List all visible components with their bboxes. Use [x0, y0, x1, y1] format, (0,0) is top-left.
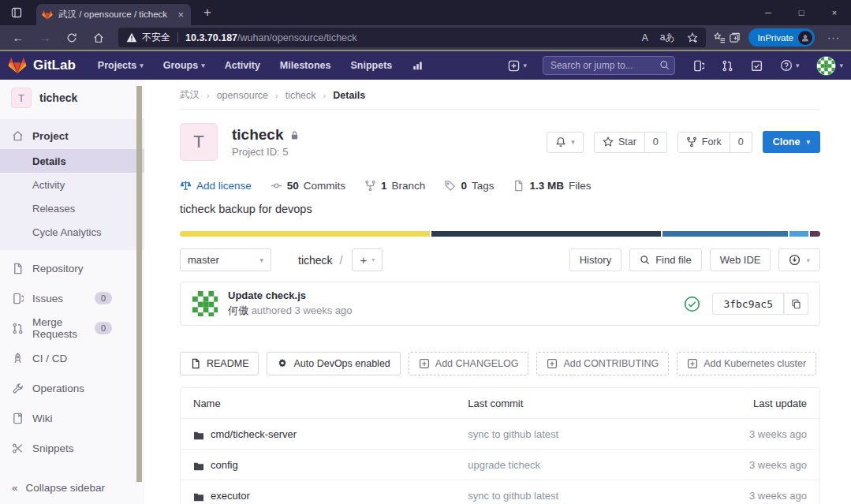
add-changelog-button[interactable]: Add CHANGELOG [409, 352, 529, 375]
sidebar-context-header[interactable]: T ticheck [0, 80, 144, 115]
file-name-link[interactable]: cmd/ticheck-server [211, 428, 297, 440]
refresh-button[interactable] [60, 28, 84, 47]
sidebar-item-merge-requests[interactable]: Merge Requests 0 [0, 315, 144, 342]
history-button[interactable]: History [569, 248, 621, 271]
file-name-link[interactable]: config [211, 459, 238, 471]
new-menu-button[interactable]: ▾ [508, 60, 527, 72]
back-button[interactable]: ← [6, 28, 30, 47]
file-name-link[interactable]: executor [211, 490, 250, 502]
sidebar-item-snippets[interactable]: Snippets [0, 435, 144, 461]
find-file-button[interactable]: Find file [629, 248, 702, 271]
tab-actions-button[interactable] [6, 4, 27, 21]
sidebar-item-project[interactable]: Project [0, 122, 144, 149]
minimize-button[interactable]: ─ [752, 0, 785, 25]
table-row[interactable]: cmd/ticheck-server sync to github latest… [181, 419, 819, 450]
language-bar[interactable] [180, 231, 820, 237]
merge-request-icon [12, 323, 24, 334]
url-path: /wuhan/opensource/ticheck [237, 32, 356, 43]
download-source-button[interactable]: ▾ [778, 248, 820, 271]
favorites-bar-icon[interactable] [714, 32, 726, 43]
table-row[interactable]: executor sync to github latest 3 weeks a… [181, 480, 819, 504]
last-commit-message[interactable]: sync to github latest [455, 419, 692, 450]
fork-count[interactable]: 0 [730, 132, 752, 153]
gitlab-logo[interactable]: GitLab [8, 57, 76, 75]
sidebar-item-details[interactable]: Details [0, 149, 144, 173]
add-favorite-icon[interactable] [687, 32, 698, 43]
pipeline-passed-icon[interactable] [684, 296, 700, 312]
last-commit-message[interactable]: sync to github latest [455, 480, 692, 504]
todos-button[interactable] [751, 60, 763, 72]
help-menu-button[interactable]: ▾ [780, 59, 800, 72]
table-row[interactable]: config upgrade ticheck 3 weeks ago [181, 450, 819, 480]
home-icon [93, 32, 104, 43]
sidebar-item-repository[interactable]: Repository [0, 255, 144, 282]
merge-requests-button[interactable] [722, 60, 733, 72]
add-license-link[interactable]: Add license [180, 180, 252, 192]
breadcrumb-current: Details [333, 90, 365, 101]
add-file-button[interactable]: + ▾ [352, 248, 383, 271]
nav-snippets[interactable]: Snippets [350, 60, 392, 71]
last-commit-message[interactable]: upgrade ticheck [455, 450, 692, 480]
commit-title-link[interactable]: Update check.js [228, 289, 353, 301]
sidebar-item-ci-cd[interactable]: CI / CD [0, 345, 144, 371]
tags-stat[interactable]: 0Tags [444, 180, 494, 192]
sidebar-item-activity[interactable]: Activity [0, 173, 144, 196]
copy-sha-button[interactable] [784, 293, 808, 315]
readme-button[interactable]: README [180, 352, 259, 375]
sidebar-item-wiki[interactable]: Wiki [0, 405, 144, 431]
browser-tab[interactable]: 武汉 / opensource / ticheck · Git × [36, 4, 191, 25]
read-aloud-icon[interactable]: A [642, 32, 648, 43]
column-header-last-commit: Last commit [455, 388, 692, 419]
inprivate-badge[interactable]: InPrivate [748, 28, 815, 47]
close-button[interactable]: × [818, 0, 851, 25]
star-button[interactable]: Star [594, 132, 645, 153]
nav-groups[interactable]: Groups▾ [163, 60, 205, 71]
plus-square-icon [419, 358, 430, 369]
auto-devops-button[interactable]: Auto DevOps enabled [267, 352, 400, 375]
breadcrumb-item[interactable]: opensource [217, 90, 268, 101]
fork-button[interactable]: Fork [677, 132, 730, 153]
plus-square-icon [687, 358, 698, 369]
sidebar-item-releases[interactable]: Releases [0, 196, 144, 220]
repo-root-link[interactable]: ticheck [298, 254, 333, 267]
translate-icon[interactable]: aあ [660, 31, 675, 44]
sidebar-scrollbar[interactable] [136, 86, 142, 482]
add-contributing-button[interactable]: Add CONTRIBUTING [536, 352, 669, 375]
commit-author-avatar[interactable] [192, 290, 218, 317]
files-stat[interactable]: 1.3 MBFiles [513, 180, 591, 192]
user-menu-button[interactable]: ▾ [816, 56, 843, 76]
sidebar-item-cycle-analytics[interactable]: Cycle Analytics [0, 220, 144, 244]
clone-button[interactable]: Clone ▾ [763, 131, 820, 153]
maximize-button[interactable]: □ [785, 0, 818, 25]
nav-activity[interactable]: Activity [225, 60, 260, 71]
breadcrumb-item[interactable]: 武汉 [180, 88, 200, 102]
column-header-name: Name [181, 388, 455, 419]
add-kubernetes-cluster-button[interactable]: Add Kubernetes cluster [677, 352, 816, 375]
tab-close-icon[interactable]: × [176, 9, 185, 21]
star-count[interactable]: 0 [645, 132, 667, 153]
security-status[interactable]: 不安全 [126, 31, 170, 44]
commit-sha[interactable]: 3fbc9ac5 [712, 293, 784, 315]
breadcrumb-item[interactable]: ticheck [286, 90, 316, 101]
chart-button[interactable] [412, 60, 424, 71]
web-ide-button[interactable]: Web IDE [710, 248, 771, 271]
branch-selector[interactable]: master ▾ [180, 248, 271, 271]
collapse-sidebar-button[interactable]: « Collapse sidebar [0, 471, 144, 504]
sidebar-item-issues[interactable]: Issues 0 [0, 285, 144, 312]
collections-icon[interactable] [729, 32, 741, 43]
branches-stat[interactable]: 1Branch [364, 180, 425, 192]
commit-author[interactable]: 何傲 [228, 304, 248, 316]
language-segment [810, 231, 820, 237]
issues-dashboard-button[interactable] [692, 60, 704, 72]
new-tab-button[interactable]: + [199, 5, 216, 21]
home-button[interactable] [87, 28, 110, 47]
nav-projects[interactable]: Projects▾ [98, 60, 144, 71]
address-bar[interactable]: 不安全 10.3.70.187/wuhan/opensource/ticheck… [118, 28, 706, 47]
refresh-icon [66, 32, 77, 43]
notifications-button[interactable]: ▾ [547, 132, 584, 153]
search-input[interactable] [543, 56, 675, 75]
sidebar-item-operations[interactable]: Operations [0, 375, 144, 401]
browser-menu-icon[interactable]: ··· [823, 32, 845, 43]
commits-stat[interactable]: 50Commits [271, 180, 345, 192]
nav-milestones[interactable]: Milestones [280, 60, 331, 71]
